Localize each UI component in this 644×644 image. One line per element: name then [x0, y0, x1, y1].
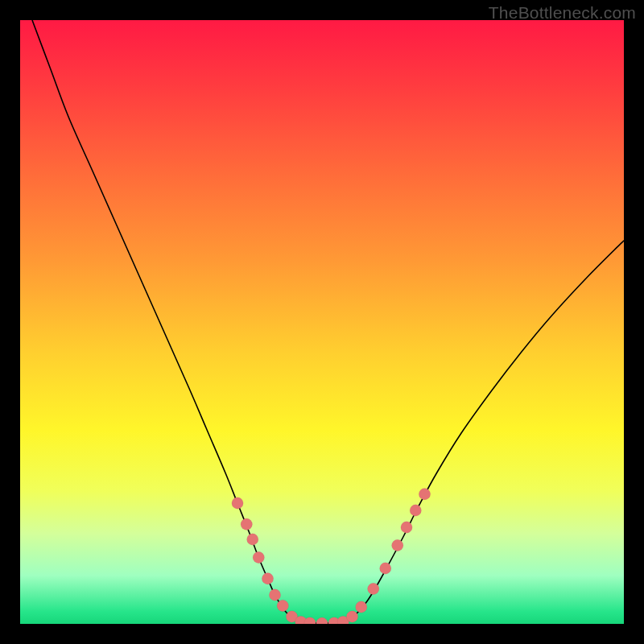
data-marker	[356, 601, 367, 613]
watermark-text: TheBottleneck.com	[489, 3, 636, 23]
chart-plot-area	[20, 20, 624, 624]
series-left-branch	[32, 20, 298, 621]
data-marker	[346, 611, 357, 622]
data-marker	[368, 583, 379, 594]
data-marker	[247, 534, 258, 545]
data-marker	[316, 617, 328, 624]
data-marker	[253, 551, 264, 563]
data-marker	[269, 589, 280, 601]
marker-group	[232, 489, 431, 624]
data-marker	[392, 539, 403, 551]
data-marker	[380, 563, 391, 574]
chart-svg	[20, 20, 624, 624]
data-marker	[401, 522, 412, 533]
data-marker	[262, 573, 273, 584]
data-marker	[277, 600, 288, 611]
data-marker	[410, 505, 421, 516]
data-marker	[419, 489, 430, 500]
data-marker	[241, 518, 252, 530]
data-marker	[232, 497, 243, 509]
data-marker	[304, 617, 316, 624]
